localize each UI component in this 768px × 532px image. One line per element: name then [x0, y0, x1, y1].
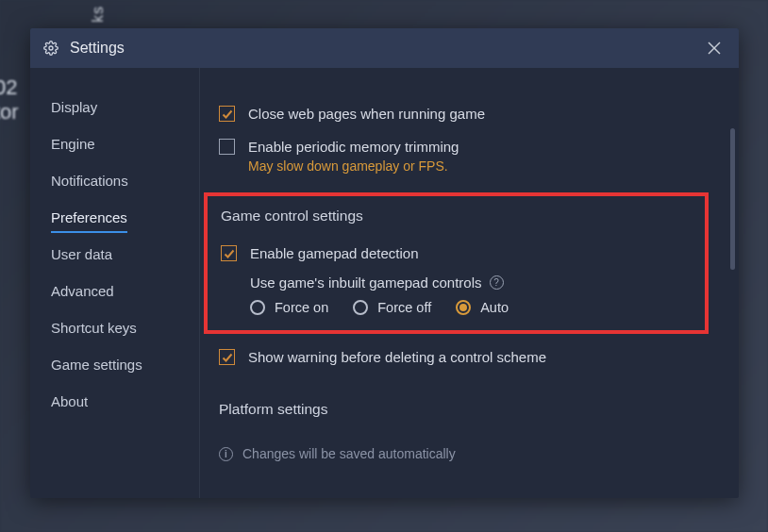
- sub-option-text: Use game's inbuilt gamepad controls: [250, 274, 482, 291]
- radio-group-gamepad-mode: Force on Force off Auto: [250, 300, 692, 315]
- checkbox-warn-delete-scheme[interactable]: [219, 349, 235, 365]
- checkbox-gamepad-detection[interactable]: [221, 245, 237, 261]
- info-icon: i: [219, 447, 233, 461]
- section-title-game-control: Game control settings: [221, 208, 692, 224]
- checkbox-close-web-pages[interactable]: [219, 106, 235, 122]
- modal-title: Settings: [70, 40, 703, 57]
- option-row: Close web pages when running game: [219, 98, 716, 129]
- scrollbar-thumb[interactable]: [730, 128, 735, 270]
- modal-body: Display Engine Notifications Preferences…: [30, 68, 739, 498]
- sidebar-item-shortcut-keys[interactable]: Shortcut keys: [30, 309, 199, 346]
- sidebar-item-label: About: [51, 393, 88, 409]
- check-icon: [224, 248, 235, 259]
- option-row: Show warning before deleting a control s…: [219, 341, 716, 373]
- close-button[interactable]: [703, 37, 726, 59]
- sidebar-item-label: Shortcut keys: [51, 320, 137, 336]
- checkbox-memory-trimming[interactable]: [219, 139, 235, 155]
- sidebar-item-display[interactable]: Display: [30, 89, 199, 125]
- radio-icon: [353, 300, 368, 315]
- bg-frag-1: ks: [90, 6, 107, 23]
- radio-label: Auto: [480, 300, 509, 315]
- sidebar-item-label: Advanced: [51, 283, 114, 299]
- settings-modal: Settings Display Engine Notifications Pr…: [30, 28, 739, 498]
- radio-force-off[interactable]: Force off: [353, 300, 431, 315]
- radio-icon: [250, 300, 265, 315]
- close-icon: [708, 42, 721, 55]
- sidebar-item-label: Game settings: [51, 357, 142, 373]
- footer-note: i Changes will be saved automatically: [219, 446, 716, 461]
- sub-option-label: Use game's inbuilt gamepad controls ?: [250, 274, 692, 291]
- sidebar-item-user-data[interactable]: User data: [30, 236, 199, 273]
- option-row: Enable periodic memory trimming May slow…: [219, 131, 716, 179]
- sidebar-item-label: Preferences: [51, 209, 127, 233]
- sidebar-item-label: Display: [51, 99, 97, 115]
- highlight-box: Game control settings Enable gamepad det…: [204, 192, 709, 334]
- content-pane: Close web pages when running game Enable…: [200, 68, 739, 498]
- sidebar-item-about[interactable]: About: [30, 383, 199, 420]
- check-icon: [222, 108, 233, 120]
- sidebar-item-label: Notifications: [51, 173, 128, 189]
- option-row: Enable gamepad detection: [221, 238, 692, 269]
- option-label: Close web pages when running game: [248, 104, 485, 124]
- svg-point-0: [49, 46, 53, 50]
- sidebar-item-notifications[interactable]: Notifications: [30, 162, 199, 199]
- radio-force-on[interactable]: Force on: [250, 300, 328, 315]
- radio-auto[interactable]: Auto: [456, 300, 509, 315]
- option-note: May slow down gameplay or FPS.: [248, 158, 459, 174]
- sidebar-item-advanced[interactable]: Advanced: [30, 273, 199, 309]
- sidebar-item-label: User data: [51, 246, 112, 262]
- bg-frag-2: 02 tor: [0, 75, 19, 125]
- help-icon[interactable]: ?: [490, 275, 504, 290]
- footer-note-text: Changes will be saved automatically: [242, 446, 456, 461]
- check-icon: [222, 352, 233, 363]
- radio-icon: [456, 300, 471, 315]
- section-title-platform: Platform settings: [219, 401, 716, 418]
- option-label: Enable gamepad detection: [250, 243, 418, 263]
- gear-icon: [43, 41, 58, 56]
- titlebar: Settings: [30, 28, 739, 68]
- sidebar-item-preferences[interactable]: Preferences: [30, 199, 199, 236]
- radio-label: Force on: [275, 300, 328, 315]
- sidebar-item-engine[interactable]: Engine: [30, 125, 199, 162]
- option-label: Show warning before deleting a control s…: [248, 347, 546, 367]
- sidebar-item-game-settings[interactable]: Game settings: [30, 346, 199, 383]
- option-label: Enable periodic memory trimming: [248, 137, 459, 157]
- sidebar-item-label: Engine: [51, 136, 95, 152]
- radio-label: Force off: [377, 300, 431, 315]
- sidebar: Display Engine Notifications Preferences…: [30, 68, 200, 498]
